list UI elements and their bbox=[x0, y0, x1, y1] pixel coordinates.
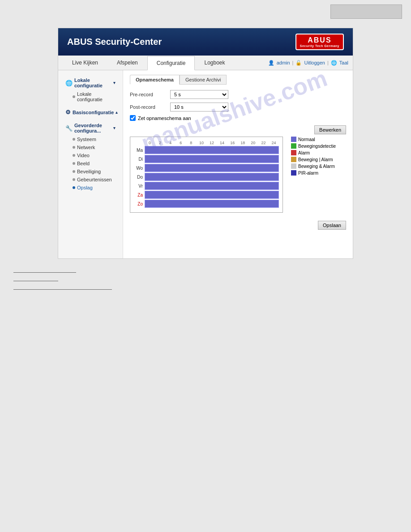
bottom-area bbox=[0, 263, 411, 307]
hour-24: 24 bbox=[269, 141, 279, 145]
bullet-opslag bbox=[73, 186, 75, 189]
bewerken-button[interactable]: Bewerken bbox=[314, 125, 346, 134]
header-subtitle: Security-Center bbox=[95, 37, 162, 47]
hour-8: 8 bbox=[186, 141, 196, 145]
hour-22: 22 bbox=[258, 141, 269, 145]
legend-alarm-label: Alarm bbox=[298, 150, 310, 155]
legend-alarm: Alarm bbox=[291, 150, 336, 155]
legend-pir-alarm-label: PIR-alarm bbox=[298, 171, 318, 176]
hour-2: 2 bbox=[155, 141, 165, 145]
sidebar-section-gevorderde: 🔧 Gevorderde configura... ▾ Systeem Netw… bbox=[58, 119, 123, 193]
hour-4: 4 bbox=[165, 141, 176, 145]
schedule-row-do: Do bbox=[134, 173, 279, 181]
grid-di[interactable] bbox=[145, 155, 279, 163]
nav-user-icon: 👤 bbox=[268, 60, 274, 66]
content-tabs: Opnameschema Gestione Archivi bbox=[130, 75, 346, 85]
grid-ma[interactable] bbox=[145, 146, 279, 154]
sidebar-item-video[interactable]: Video bbox=[69, 151, 119, 159]
schedule-and-legend: 0 2 4 6 8 10 12 14 16 18 20 22 24 bbox=[130, 137, 346, 213]
legend: Normaal Bewegingsdetectie Alarm Beweging… bbox=[291, 137, 336, 213]
day-do: Do bbox=[134, 175, 145, 180]
post-record-label: Post-record bbox=[130, 104, 170, 110]
sidebar-item-beeld[interactable]: Beeld bbox=[69, 159, 119, 167]
sidebar-section-lokale: 🌐 Lokale configuratie ▾ Lokale configura… bbox=[58, 74, 123, 105]
day-zo: Zo bbox=[134, 202, 145, 206]
tab-live-kijken[interactable]: Live Kijken bbox=[63, 56, 107, 70]
legend-normaal: Normaal bbox=[291, 137, 336, 142]
sidebar-gevorderde-title: Gevorderde configura... bbox=[74, 123, 111, 133]
sidebar-item-netwerk[interactable]: Netwerk bbox=[69, 143, 119, 151]
grid-do[interactable] bbox=[145, 173, 279, 181]
schedule-container: 0 2 4 6 8 10 12 14 16 18 20 22 24 bbox=[130, 137, 283, 213]
bullet-beveiliging bbox=[73, 170, 75, 173]
schedule-row-vr: Vr bbox=[134, 182, 279, 190]
sidebar-item-opslag[interactable]: Opslag bbox=[69, 184, 119, 192]
tab-gestione-archivi[interactable]: Gestione Archivi bbox=[180, 75, 227, 85]
sidebar-item-systeem[interactable]: Systeem bbox=[69, 135, 119, 143]
post-record-select[interactable]: 10 s bbox=[170, 103, 228, 112]
day-za: Za bbox=[134, 193, 145, 197]
day-di: Di bbox=[134, 157, 145, 162]
opnameschema-checkbox[interactable] bbox=[130, 115, 136, 121]
grid-zo[interactable] bbox=[145, 200, 279, 208]
hour-20: 20 bbox=[248, 141, 258, 145]
top-bar bbox=[0, 0, 411, 23]
brand-name: ABUS bbox=[67, 37, 93, 47]
tab-afspelen[interactable]: Afspelen bbox=[107, 56, 147, 70]
bottom-line-2 bbox=[13, 281, 58, 281]
main-content: manualshive.com Opnameschema Gestione Ar… bbox=[123, 70, 353, 258]
tab-logboek[interactable]: Logboek bbox=[195, 56, 234, 70]
grid-vr[interactable] bbox=[145, 182, 279, 190]
bullet-gebeurtenissen bbox=[73, 178, 75, 181]
logo-sub: Security Tech Germany bbox=[300, 44, 339, 47]
legend-normaal-color bbox=[291, 137, 296, 142]
tab-opnameschema[interactable]: Opnameschema bbox=[130, 75, 180, 85]
sidebar-item-lokale-configuratie[interactable]: Lokale configuratie bbox=[69, 90, 119, 103]
schedule-row-wo: Wo bbox=[134, 164, 279, 172]
grid-wo[interactable] bbox=[145, 164, 279, 172]
hour-6: 6 bbox=[176, 141, 186, 145]
tab-configuratie[interactable]: Configuratie bbox=[147, 56, 195, 70]
sidebar-opslag-label: Opslag bbox=[77, 185, 93, 190]
nav-tabs: Live Kijken Afspelen Configuratie Logboe… bbox=[58, 56, 353, 70]
sidebar-header-lokale[interactable]: 🌐 Lokale configuratie ▾ bbox=[62, 76, 119, 90]
hour-10: 10 bbox=[196, 141, 206, 145]
sidebar-gevorderde-items: Systeem Netwerk Video Beeld bbox=[62, 135, 119, 192]
sidebar-item-beveiliging[interactable]: Beveiliging bbox=[69, 167, 119, 176]
legend-alarm-color bbox=[291, 150, 296, 155]
hour-18: 18 bbox=[238, 141, 248, 145]
basis-icon: ⚙ bbox=[65, 109, 71, 116]
opslaan-container: Opslaan bbox=[130, 217, 346, 230]
bewerken-container: Bewerken bbox=[130, 125, 346, 137]
lokale-arrow-icon: ▾ bbox=[113, 81, 116, 85]
day-vr: Vr bbox=[134, 184, 145, 189]
sidebar-header-basis[interactable]: ⚙ Basisconfiguratie ▴ bbox=[62, 107, 119, 117]
checkbox-row: Zet opnameschema aan bbox=[130, 115, 346, 121]
logo-text: ABUS bbox=[308, 36, 331, 44]
legend-beweging-alarm: Beweging | Alarm bbox=[291, 157, 336, 162]
sidebar-header-gevorderde[interactable]: 🔧 Gevorderde configura... ▾ bbox=[62, 121, 119, 135]
schedule-row-di: Di bbox=[134, 155, 279, 163]
legend-bewegingsdetectie-label: Bewegingsdetectie bbox=[298, 144, 336, 149]
legend-pir-alarm: PIR-alarm bbox=[291, 170, 336, 176]
hour-12: 12 bbox=[206, 141, 217, 145]
gevorderde-icon: 🔧 bbox=[65, 125, 73, 132]
nav-language[interactable]: Taal bbox=[339, 60, 348, 65]
main-container: ABUS Security-Center ABUS Security Tech … bbox=[58, 28, 353, 259]
schedule-row-zo: Zo bbox=[134, 200, 279, 208]
nav-admin[interactable]: admin bbox=[277, 60, 290, 65]
nav-logout[interactable]: Uitloggen bbox=[304, 60, 325, 65]
sidebar-item-gebeurtenissen[interactable]: Gebeurtenissen bbox=[69, 176, 119, 184]
bottom-line-3 bbox=[13, 289, 112, 290]
bullet-netwerk bbox=[73, 146, 75, 149]
header-title: ABUS Security-Center bbox=[67, 37, 162, 47]
legend-beweging-alarm-color bbox=[291, 157, 296, 162]
lokale-icon: 🌐 bbox=[65, 80, 73, 86]
sidebar-systeem-label: Systeem bbox=[77, 137, 96, 142]
abus-logo: ABUS Security Tech Germany bbox=[295, 34, 344, 50]
grid-za[interactable] bbox=[145, 191, 279, 199]
opslaan-button[interactable]: Opslaan bbox=[318, 221, 346, 230]
pre-record-select[interactable]: 5 s bbox=[170, 90, 228, 99]
sidebar-basis-title: Basisconfiguratie bbox=[73, 110, 114, 115]
day-wo: Wo bbox=[134, 166, 145, 171]
